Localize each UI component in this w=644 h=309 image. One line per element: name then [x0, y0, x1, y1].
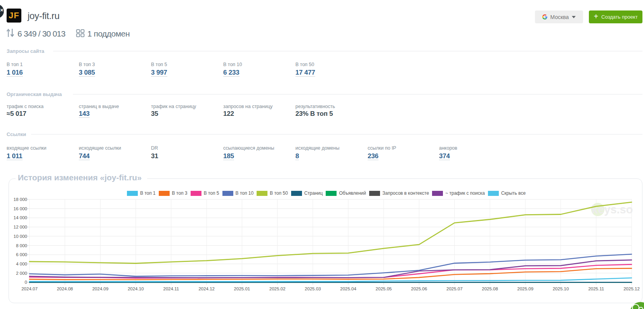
svg-text:2024.12: 2024.12	[198, 286, 215, 291]
svg-text:keys.so: keys.so	[592, 203, 633, 216]
svg-text:16 000: 16 000	[14, 206, 27, 211]
svg-text:2025.12: 2025.12	[623, 286, 640, 291]
svg-text:2025.05: 2025.05	[376, 286, 392, 291]
svg-text:2025.01: 2025.01	[234, 286, 250, 291]
svg-text:6 000: 6 000	[16, 252, 27, 257]
svg-text:2025.08: 2025.08	[482, 286, 498, 291]
svg-text:18 000: 18 000	[14, 197, 27, 202]
svg-text:4 000: 4 000	[16, 262, 27, 266]
svg-text:2024.07: 2024.07	[21, 286, 38, 291]
svg-text:2024.11: 2024.11	[163, 286, 179, 291]
svg-text:2025.04: 2025.04	[340, 286, 356, 291]
svg-text:2024.08: 2024.08	[57, 286, 73, 291]
svg-text:10 000: 10 000	[14, 234, 27, 239]
svg-text:2025.10: 2025.10	[553, 286, 569, 291]
svg-text:2025.11: 2025.11	[588, 286, 604, 291]
svg-text:2 000: 2 000	[16, 271, 27, 276]
svg-text:2025.02: 2025.02	[269, 286, 286, 291]
svg-text:8 000: 8 000	[16, 243, 27, 248]
svg-text:14 000: 14 000	[14, 215, 27, 220]
svg-text:12 000: 12 000	[14, 225, 27, 229]
svg-text:2025.09: 2025.09	[517, 286, 534, 291]
svg-text:2025.03: 2025.03	[305, 286, 321, 291]
svg-text:0: 0	[25, 280, 27, 285]
svg-text:2024.09: 2024.09	[92, 286, 109, 291]
svg-text:2025.06: 2025.06	[411, 286, 427, 291]
svg-text:2025.07: 2025.07	[446, 286, 463, 291]
svg-text:2024.10: 2024.10	[128, 286, 144, 291]
